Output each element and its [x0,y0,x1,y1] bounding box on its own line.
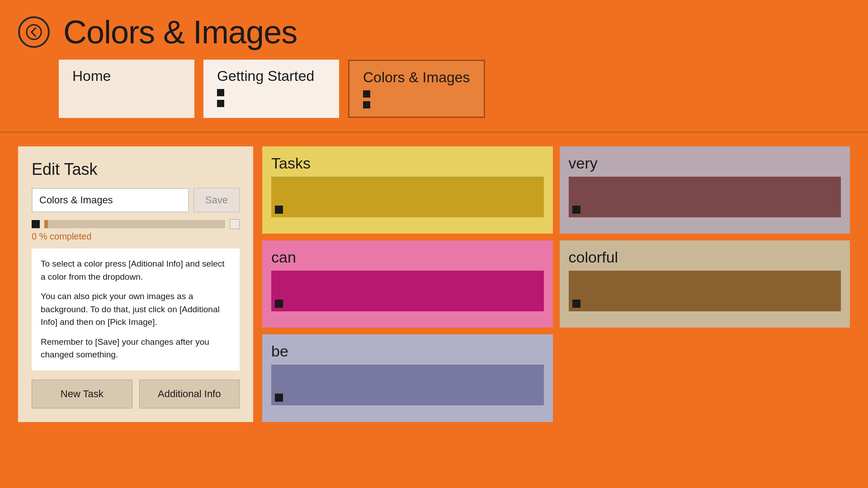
tab-colors-images[interactable]: Colors & Images [348,60,485,118]
new-task-button[interactable]: New Task [32,380,132,408]
tiles-panel: Tasks very can colorful [262,146,850,422]
tile-can-dot [275,300,283,308]
progress-bar [44,220,225,228]
tile-colorful-label: colorful [569,249,841,266]
tile-be[interactable]: be [262,334,553,422]
progress-bar-fill [44,220,48,228]
tile-can-color [271,271,544,311]
tile-tasks-label: Tasks [271,155,544,172]
header: Colors & Images [0,0,868,60]
edit-panel-title: Edit Task [32,160,240,179]
tile-can-label: can [271,249,544,266]
tile-colorful[interactable]: colorful [560,240,850,328]
tile-very-label: very [569,155,841,172]
tile-be-color [271,365,544,405]
tile-be-label: be [271,343,544,360]
tab-indicator [217,89,224,96]
progress-container [32,219,240,229]
tile-colorful-color [569,271,841,311]
progress-label: 0 % completed [32,231,240,242]
edit-panel: Edit Task Save 0 % completed To select a… [18,146,253,422]
additional-info-button[interactable]: Additional Info [139,380,240,408]
save-button[interactable]: Save [193,188,240,212]
input-row: Save [32,188,240,212]
tile-tasks[interactable]: Tasks [262,146,553,234]
tab-home[interactable]: Home [59,60,194,118]
tile-very-dot [572,206,580,214]
bottom-buttons: New Task Additional Info [32,380,240,408]
tile-colorful-dot [572,300,580,308]
description-line-1: To select a color press [Aditional Info]… [41,258,231,283]
tile-can[interactable]: can [262,240,553,328]
tile-very-color [569,177,841,217]
tile-very[interactable]: very [560,146,850,234]
description-box: To select a color press [Aditional Info]… [32,249,240,371]
separator [0,131,868,133]
tab-getting-started[interactable]: Getting Started [203,60,339,118]
description-line-2: You can also pick your own images as a b… [41,290,231,329]
progress-right-indicator [230,219,240,229]
progress-left-indicator [32,220,40,228]
tile-tasks-color [271,177,544,217]
back-button[interactable] [18,16,50,48]
description-line-3: Remember to [Save] your changes after yo… [41,336,231,361]
tile-tasks-dot [275,206,283,214]
main-content: Edit Task Save 0 % completed To select a… [0,146,868,422]
page-title: Colors & Images [63,14,297,51]
tile-tasks-progress [271,177,544,180]
tab-indicator-active [363,90,370,98]
nav-tabs: Home Getting Started Colors & Images [0,60,868,118]
tile-be-dot [275,394,283,402]
task-name-input[interactable] [32,188,189,212]
svg-point-0 [27,25,41,39]
